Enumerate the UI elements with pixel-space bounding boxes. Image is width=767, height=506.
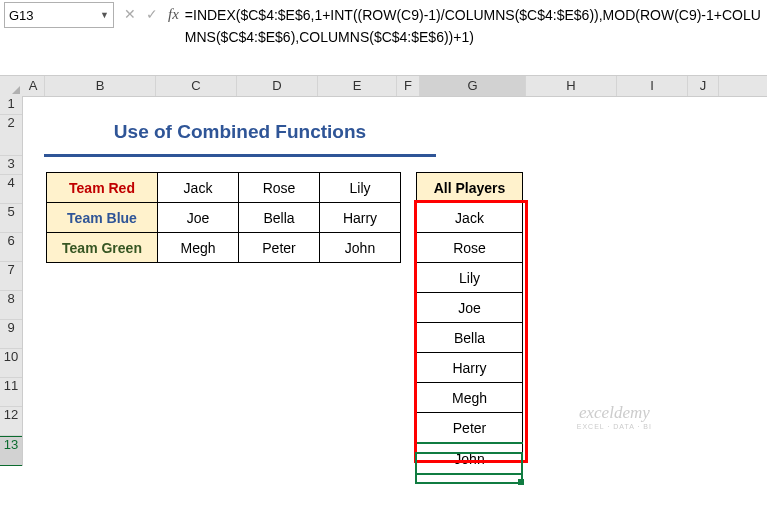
cell[interactable]: Harry (417, 353, 523, 383)
fx-icon[interactable]: fx (168, 6, 179, 23)
cell[interactable]: Rose (417, 233, 523, 263)
row-header-1[interactable]: 1 (0, 96, 22, 115)
team-green-header[interactable]: Team Green (47, 233, 158, 263)
col-header-D[interactable]: D (237, 76, 318, 96)
cells-area[interactable]: Use of Combined Functions Team Red Jack … (22, 96, 767, 506)
all-players-header[interactable]: All Players (417, 173, 523, 203)
col-header-J[interactable]: J (688, 76, 719, 96)
watermark: exceldemy EXCEL · DATA · BI (577, 404, 652, 430)
row-header-9[interactable]: 9 (0, 320, 22, 349)
table-row: Team Blue Joe Bella Harry (47, 203, 401, 233)
row-header-3[interactable]: 3 (0, 156, 22, 175)
table-row: Team Red Jack Rose Lily (47, 173, 401, 203)
cell[interactable]: Jack (417, 203, 523, 233)
column-headers[interactable]: A B C D E F G H I J (22, 76, 767, 97)
formula-toolbar: G13 ▼ ✕ ✓ fx =INDEX($C$4:$E$6,1+INT((ROW… (0, 0, 767, 76)
row-header-11[interactable]: 11 (0, 378, 22, 407)
col-header-E[interactable]: E (318, 76, 397, 96)
row-header-2[interactable]: 2 (0, 115, 22, 156)
cell[interactable]: Megh (158, 233, 239, 263)
cell[interactable]: Bella (417, 323, 523, 353)
formula-bar[interactable]: =INDEX($C$4:$E$6,1+INT((ROW(C9)-1)/COLUM… (185, 2, 763, 48)
cell[interactable]: Jack (158, 173, 239, 203)
sheet-title: Use of Combined Functions (44, 114, 436, 157)
cell[interactable]: Joe (158, 203, 239, 233)
cancel-icon[interactable]: ✕ (124, 6, 136, 22)
team-red-header[interactable]: Team Red (47, 173, 158, 203)
row-header-10[interactable]: 10 (0, 349, 22, 378)
enter-icon[interactable]: ✓ (146, 6, 158, 22)
row-header-6[interactable]: 6 (0, 233, 22, 262)
col-header-H[interactable]: H (526, 76, 617, 96)
cell[interactable]: Bella (239, 203, 320, 233)
chevron-down-icon[interactable]: ▼ (100, 10, 109, 20)
cell[interactable]: John (417, 443, 523, 474)
row-header-7[interactable]: 7 (0, 262, 22, 291)
cell[interactable]: Lily (320, 173, 401, 203)
row-header-13[interactable]: 13 (0, 436, 22, 466)
col-header-A[interactable]: A (22, 76, 45, 96)
row-headers[interactable]: 1 2 3 4 5 6 7 8 9 10 11 12 13 (0, 96, 23, 466)
result-table: All Players Jack Rose Lily Joe Bella Har… (416, 172, 523, 475)
table-row: Team Green Megh Peter John (47, 233, 401, 263)
cell[interactable]: Lily (417, 263, 523, 293)
formula-bar-icons: ✕ ✓ fx (124, 2, 179, 26)
row-header-4[interactable]: 4 (0, 175, 22, 204)
cell[interactable]: Megh (417, 383, 523, 413)
name-box[interactable]: G13 ▼ (4, 2, 114, 28)
cell[interactable]: John (320, 233, 401, 263)
watermark-sub: EXCEL · DATA · BI (577, 423, 652, 430)
spreadsheet-grid[interactable]: A B C D E F G H I J 1 2 3 4 5 6 7 8 9 10… (0, 76, 767, 506)
col-header-C[interactable]: C (156, 76, 237, 96)
col-header-G[interactable]: G (420, 76, 526, 96)
select-all-button[interactable] (0, 76, 23, 97)
name-box-value: G13 (9, 8, 100, 23)
col-header-I[interactable]: I (617, 76, 688, 96)
row-header-5[interactable]: 5 (0, 204, 22, 233)
cell[interactable]: Peter (417, 413, 523, 444)
col-header-F[interactable]: F (397, 76, 420, 96)
row-header-8[interactable]: 8 (0, 291, 22, 320)
cell[interactable]: Rose (239, 173, 320, 203)
col-header-B[interactable]: B (45, 76, 156, 96)
watermark-main: exceldemy (579, 403, 650, 422)
cell[interactable]: Joe (417, 293, 523, 323)
team-blue-header[interactable]: Team Blue (47, 203, 158, 233)
cell[interactable]: Peter (239, 233, 320, 263)
row-header-12[interactable]: 12 (0, 407, 22, 436)
cell[interactable]: Harry (320, 203, 401, 233)
source-table: Team Red Jack Rose Lily Team Blue Joe Be… (46, 172, 401, 263)
